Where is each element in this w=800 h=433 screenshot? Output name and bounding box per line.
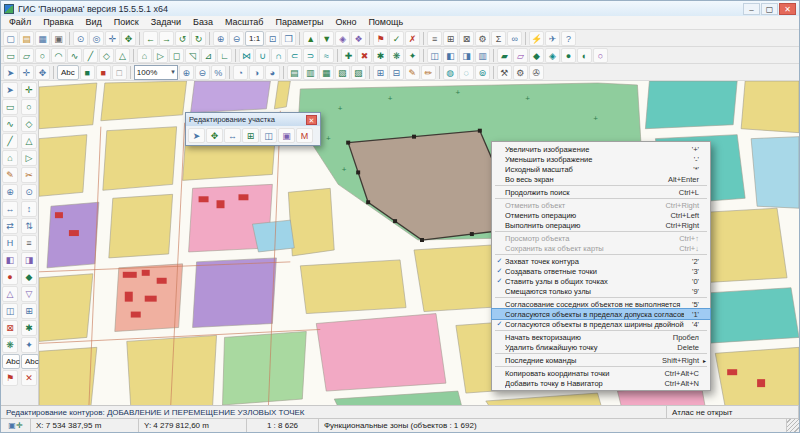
- side-tool-icon[interactable]: ⊕: [2, 184, 18, 200]
- menu-поиск[interactable]: Поиск: [108, 16, 145, 29]
- minimize-button[interactable]: –: [743, 3, 760, 15]
- map-block[interactable]: [39, 83, 97, 129]
- context-menu-item[interactable]: ✓Создавать ответные точки'3': [492, 266, 710, 276]
- map-block[interactable]: [39, 347, 97, 405]
- parcel-vertex-handle[interactable]: [420, 238, 424, 242]
- context-menu-item[interactable]: Исходный масштаб'*': [492, 164, 710, 174]
- map-tool-icon[interactable]: ✦: [405, 48, 420, 63]
- edit-tool-icon[interactable]: ✏: [421, 65, 436, 80]
- map-tool-icon[interactable]: ⌂: [137, 48, 152, 63]
- menu-файл[interactable]: Файл: [3, 16, 37, 29]
- context-menu-item[interactable]: Увеличить изображение'+': [492, 144, 710, 154]
- map-tool-icon[interactable]: ≈: [319, 48, 334, 63]
- map-tool-icon[interactable]: ⊃: [303, 48, 318, 63]
- map-tool-icon[interactable]: ▰: [497, 48, 512, 63]
- parcel-vertex-handle[interactable]: [470, 232, 474, 236]
- toolbar-icon[interactable]: ↻: [191, 31, 206, 46]
- toolbar-icon[interactable]: ✓: [389, 31, 404, 46]
- edit-tool-icon[interactable]: ◔: [233, 65, 248, 80]
- map-building[interactable]: [55, 212, 63, 218]
- edit-tool-button[interactable]: Abc: [57, 65, 79, 80]
- side-tool-icon[interactable]: △: [2, 286, 18, 302]
- maximize-button[interactable]: ▢: [761, 3, 778, 15]
- context-menu-item[interactable]: Уменьшить изображение'-': [492, 154, 710, 164]
- map-tool-icon[interactable]: ◠: [51, 48, 66, 63]
- context-menu-item[interactable]: Отменить операциюCtrl+Left: [492, 210, 710, 220]
- edit-tool-icon[interactable]: ▦: [319, 65, 334, 80]
- parcel-tool-icon[interactable]: ◫: [260, 128, 277, 143]
- side-tool-icon[interactable]: ◫: [2, 303, 18, 319]
- menu-задачи[interactable]: Задачи: [145, 16, 187, 29]
- zoom-combo[interactable]: 100%▾: [134, 65, 178, 80]
- map-tool-icon[interactable]: ○: [593, 48, 608, 63]
- map-building[interactable]: [145, 296, 157, 302]
- edit-tool-icon[interactable]: ▤: [287, 65, 302, 80]
- side-tool-icon[interactable]: ➤: [2, 82, 18, 98]
- side-tool-icon[interactable]: △: [21, 133, 37, 149]
- map-tool-icon[interactable]: ✚: [341, 48, 356, 63]
- side-tool-icon[interactable]: ▷: [21, 150, 37, 166]
- toolbar-icon[interactable]: ✈: [545, 31, 560, 46]
- context-menu-item[interactable]: ✓Ставить узлы в общих точках'0': [492, 276, 710, 286]
- toolbar-icon[interactable]: ✗: [405, 31, 420, 46]
- context-menu-item[interactable]: Во весь экранAlt+Enter: [492, 174, 710, 184]
- map-tool-icon[interactable]: ●: [561, 48, 576, 63]
- edit-tool-icon[interactable]: ⊚: [475, 65, 490, 80]
- side-tool-button[interactable]: Abc: [2, 354, 20, 369]
- side-tool-icon[interactable]: ⊙: [21, 184, 37, 200]
- map-tool-icon[interactable]: ╱: [83, 48, 98, 63]
- map-tool-icon[interactable]: ○: [35, 48, 50, 63]
- side-tool-icon[interactable]: ◆: [21, 269, 37, 285]
- parcel-tool-icon[interactable]: M: [296, 128, 313, 143]
- side-tool-icon[interactable]: ◇: [21, 116, 37, 132]
- edit-tool-icon[interactable]: ■: [96, 65, 111, 80]
- map-tool-icon[interactable]: ◆: [529, 48, 544, 63]
- context-menu-item[interactable]: Начать векторизациюПробел: [492, 332, 710, 342]
- parcel-tool-icon[interactable]: ⊞: [242, 128, 259, 143]
- toolbar-icon[interactable]: ←: [143, 31, 158, 46]
- panel-close-button[interactable]: ✕: [306, 115, 317, 125]
- map-block[interactable]: [109, 194, 173, 258]
- side-tool-icon[interactable]: ▽: [21, 286, 37, 302]
- side-tool-icon[interactable]: ✕: [21, 370, 37, 386]
- side-tool-icon[interactable]: ◧: [2, 252, 18, 268]
- map-tool-icon[interactable]: ✱: [373, 48, 388, 63]
- map-building[interactable]: [757, 379, 765, 387]
- map-tool-icon[interactable]: ◨: [459, 48, 474, 63]
- map-building[interactable]: [131, 312, 141, 318]
- toolbar-icon[interactable]: ✛: [105, 31, 120, 46]
- edit-tool-icon[interactable]: ✇: [529, 65, 544, 80]
- edit-tool-icon[interactable]: ◕: [265, 65, 280, 80]
- side-tool-icon[interactable]: ⇅: [21, 218, 37, 234]
- edit-tool-icon[interactable]: ▥: [303, 65, 318, 80]
- edit-tool-icon[interactable]: ◌: [459, 65, 474, 80]
- context-menu-item[interactable]: Согласование соседних объектов не выполн…: [492, 299, 710, 309]
- map-tool-icon[interactable]: ◧: [443, 48, 458, 63]
- edit-tool-icon[interactable]: ■: [80, 65, 95, 80]
- map-block[interactable]: [645, 81, 737, 129]
- map-block[interactable]: [193, 258, 277, 328]
- resize-grip[interactable]: [787, 419, 799, 432]
- menu-масштаб[interactable]: Масштаб: [219, 16, 270, 29]
- side-tool-icon[interactable]: ✱: [21, 320, 37, 336]
- edit-tool-icon[interactable]: ✎: [405, 65, 420, 80]
- toolbar-icon[interactable]: ↺: [175, 31, 190, 46]
- parcel-vertex-handle[interactable]: [356, 170, 360, 174]
- toolbar-icon[interactable]: ⊞: [443, 31, 458, 46]
- context-menu-item[interactable]: Согласуются объекты в пределах допуска с…: [492, 309, 710, 319]
- map-tool-icon[interactable]: ∟: [217, 48, 232, 63]
- map-tool-icon[interactable]: ◈: [545, 48, 560, 63]
- status-tool-icon[interactable]: ✛: [16, 421, 23, 430]
- side-tool-icon[interactable]: ✎: [2, 167, 18, 183]
- status-scale[interactable]: 1 : 8 626: [247, 419, 319, 432]
- side-tool-icon[interactable]: ⇄: [2, 218, 18, 234]
- side-tool-icon[interactable]: ↕: [21, 201, 37, 217]
- toolbar-icon[interactable]: ⊖: [229, 31, 244, 46]
- edit-tool-icon[interactable]: □: [112, 65, 127, 80]
- context-menu-item[interactable]: Удалить ближайшую точкуDelete: [492, 342, 710, 352]
- map-block[interactable]: [191, 81, 271, 113]
- parcel-vertex-handle[interactable]: [393, 219, 397, 223]
- map-tool-icon[interactable]: ▱: [513, 48, 528, 63]
- side-tool-icon[interactable]: ❋: [2, 337, 18, 353]
- toolbar-icon[interactable]: ⚡: [529, 31, 544, 46]
